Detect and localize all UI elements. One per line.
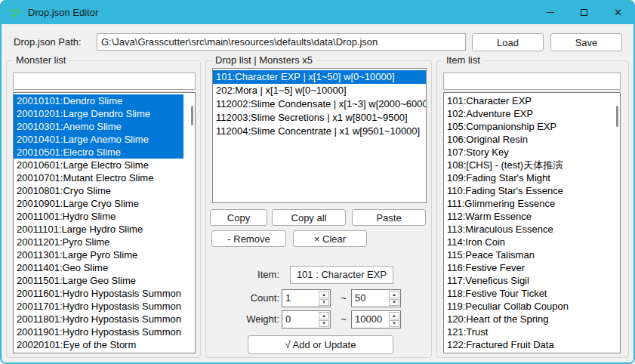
weight-max-spin-buttons: ▲ ▼ [388, 311, 400, 328]
list-item[interactable]: 113:Miraculous Essence [444, 223, 609, 236]
list-item[interactable]: 112003:Slime Secretions | x1 w[8001~9500… [213, 111, 426, 125]
count-max-value[interactable]: 50 [352, 290, 388, 307]
item-label: Item: [229, 269, 279, 280]
list-item[interactable]: 20011201:Pyro Slime [14, 236, 183, 248]
item-value-field[interactable]: 101 : Character EXP [290, 266, 393, 284]
spin-down-button[interactable]: ▼ [389, 320, 399, 328]
list-item[interactable]: 20011901:Hydro Hypostasis Summon [14, 325, 183, 338]
list-item[interactable]: 108:[CHS] - (test)天体推演 [444, 159, 609, 171]
list-item[interactable]: 20010701:Mutant Electro Slime [14, 171, 183, 184]
list-item[interactable]: 20011001:Hydro Slime [14, 210, 183, 223]
monster-search-input[interactable] [13, 72, 196, 90]
list-item[interactable]: 105:Companionship EXP [444, 120, 609, 133]
spin-up-button[interactable]: ▲ [389, 312, 399, 319]
item-list-scrollbar[interactable] [616, 106, 618, 127]
remove-button[interactable]: - Remove [211, 230, 286, 247]
list-item[interactable]: 112004:Slime Concentrate | x1 w[9501~100… [213, 125, 426, 138]
list-item[interactable]: 121:Trust [444, 325, 609, 338]
drop-listbox[interactable]: 101:Character EXP | x[1~50] w[0~10000]20… [212, 68, 427, 203]
path-input[interactable] [97, 33, 466, 51]
weight-max-stepper[interactable]: 10000 ▲ ▼ [351, 310, 401, 329]
list-item[interactable]: 202:Mora | x[1~5] w[0~10000] [213, 84, 426, 97]
list-item[interactable]: 110:Fading Star's Essence [444, 184, 609, 197]
clear-button[interactable]: × Clear [293, 230, 367, 247]
chevron-up-icon: ▲ [322, 313, 326, 318]
count-min-spin-buttons: ▲ ▼ [318, 290, 330, 307]
list-item[interactable]: 20010601:Large Electro Slime [14, 159, 183, 171]
list-item[interactable]: 20010201:Large Dendro Slime [14, 107, 183, 120]
list-item[interactable]: 106:Original Resin [444, 133, 609, 146]
copy-all-button[interactable]: Copy all [272, 209, 346, 226]
weight-min-stepper[interactable]: 0 ▲ ▼ [282, 310, 331, 329]
list-item[interactable]: 114:Iron Coin [444, 236, 609, 248]
list-item[interactable]: 20010301:Anemo Slime [14, 120, 183, 133]
save-button[interactable]: Save [550, 33, 622, 51]
spin-up-button[interactable]: ▲ [319, 291, 329, 298]
maximize-icon [581, 9, 587, 16]
list-item[interactable]: 115:Peace Talisman [444, 248, 609, 261]
list-item[interactable]: 101:Character EXP [444, 94, 609, 107]
titlebar[interactable]: Drop.json Editor ✕ [0, 0, 635, 24]
spin-down-button[interactable]: ▼ [319, 320, 329, 328]
spin-up-button[interactable]: ▲ [319, 312, 329, 319]
list-item[interactable]: 20010501:Electro Slime [14, 146, 183, 159]
chevron-down-icon: ▼ [322, 321, 326, 325]
list-item[interactable]: 20020101:Eye of the Storm [14, 338, 183, 351]
monster-listbox[interactable]: 20010101:Dendro Slime20010201:Large Dend… [13, 92, 196, 353]
spin-down-button[interactable]: ▼ [319, 299, 329, 307]
path-label: Drop.json Path: [14, 36, 82, 48]
list-item[interactable]: 120:Heart of the Spring [444, 313, 609, 325]
list-item[interactable]: 122:Fractured Fruit Data [444, 338, 609, 351]
item-search-input[interactable] [443, 72, 621, 90]
close-icon: ✕ [614, 8, 622, 17]
spin-down-button[interactable]: ▼ [389, 299, 399, 307]
minimize-icon [547, 12, 554, 13]
list-item[interactable]: 116:Festive Fever [444, 261, 609, 274]
spin-up-button[interactable]: ▲ [389, 291, 399, 298]
list-item[interactable]: 112002:Slime Condensate | x[1~3] w[2000~… [213, 97, 426, 111]
weight-min-value[interactable]: 0 [282, 311, 318, 328]
paste-button[interactable]: Paste [352, 209, 426, 226]
list-item[interactable]: 112:Warm Essence [444, 210, 609, 223]
list-item[interactable]: 117:Veneficus Sigil [444, 274, 609, 287]
maximize-button[interactable] [567, 0, 601, 24]
chevron-up-icon: ▲ [392, 313, 396, 318]
list-item[interactable]: 107:Story Key [444, 146, 609, 159]
item-list-panel: Item list 101:Character EXP102:Adventure… [436, 60, 629, 358]
megaphone-icon [8, 6, 21, 19]
count-max-stepper[interactable]: 50 ▲ ▼ [351, 289, 401, 307]
list-item[interactable]: 101:Character EXP | x[1~50] w[0~10000] [213, 70, 426, 84]
list-item[interactable]: 20011601:Hydro Hypostasis Summon [14, 287, 183, 300]
item-listbox[interactable]: 101:Character EXP102:Adventure EXP105:Co… [443, 92, 621, 353]
drop-list-title: Drop list | Monsters x5 [212, 54, 316, 66]
weight-label: Weight: [229, 313, 279, 325]
weight-max-value[interactable]: 10000 [352, 311, 388, 328]
minimize-button[interactable] [533, 0, 567, 24]
chevron-up-icon: ▲ [392, 292, 396, 297]
add-or-update-button[interactable]: √ Add or Update [248, 335, 393, 354]
list-item[interactable]: 111:Glimmering Essence [444, 197, 609, 210]
load-button[interactable]: Load [472, 33, 544, 51]
count-min-stepper[interactable]: 1 ▲ ▼ [282, 289, 331, 307]
list-item[interactable]: 118:Festive Tour Ticket [444, 287, 609, 300]
list-item[interactable]: 20010801:Cryo Slime [14, 184, 183, 197]
copy-button[interactable]: Copy [210, 209, 267, 226]
list-item[interactable]: 20011301:Large Pyro Slime [14, 248, 183, 261]
list-item[interactable]: 20011401:Geo Slime [14, 261, 183, 274]
list-item[interactable]: 20011501:Large Geo Slime [14, 274, 183, 287]
list-item[interactable]: 109:Fading Star's Might [444, 171, 609, 184]
list-item[interactable]: 20011701:Hydro Hypostasis Summon [14, 300, 183, 313]
weight-min-spin-buttons: ▲ ▼ [318, 311, 330, 328]
list-item[interactable]: 102:Adventure EXP [444, 107, 609, 120]
monster-list-scrollbar[interactable] [191, 106, 193, 125]
window-controls: ✕ [533, 0, 635, 24]
list-item[interactable]: 20010901:Large Cryo Slime [14, 197, 183, 210]
list-item[interactable]: 20011801:Hydro Hypostasis Summon [14, 313, 183, 325]
list-item[interactable]: 119:Peculiar Collab Coupon [444, 300, 609, 313]
close-button[interactable]: ✕ [601, 0, 635, 24]
list-item[interactable]: 20011101:Large Hydro Slime [14, 223, 183, 236]
count-min-value[interactable]: 1 [282, 290, 318, 307]
count-max-spin-buttons: ▲ ▼ [388, 290, 400, 307]
list-item[interactable]: 20010401:Large Anemo Slime [14, 133, 183, 146]
list-item[interactable]: 20010101:Dendro Slime [14, 94, 183, 107]
